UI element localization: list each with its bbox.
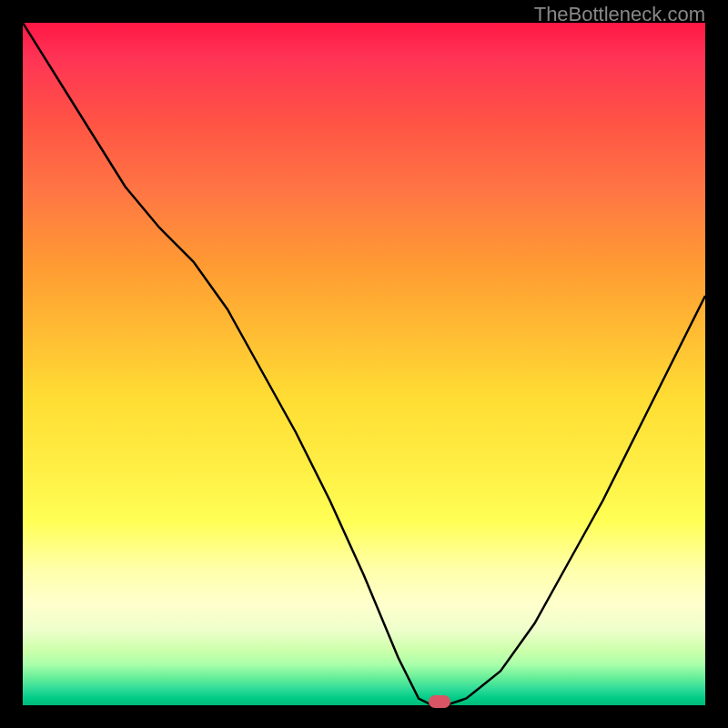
curve-svg	[23, 23, 705, 705]
plot-area	[23, 23, 705, 705]
optimal-marker	[429, 695, 450, 708]
chart-container: TheBottleneck.com	[0, 0, 728, 728]
bottleneck-curve-path	[23, 23, 705, 705]
watermark-label: TheBottleneck.com	[534, 3, 705, 26]
